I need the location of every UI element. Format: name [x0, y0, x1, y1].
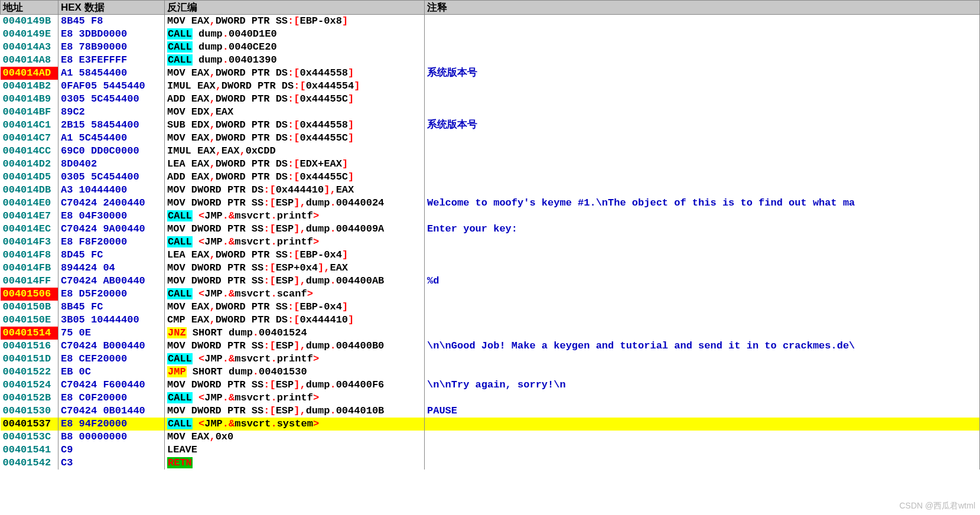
- cell-address[interactable]: 004014E7: [1, 210, 58, 223]
- cell-disassembly[interactable]: ADD EAX,DWORD PTR DS:[0x44455C]: [165, 171, 425, 184]
- cell-comment[interactable]: [425, 262, 980, 275]
- cell-address[interactable]: 004014C7: [1, 132, 58, 145]
- table-row[interactable]: 004014D28D0402LEA EAX,DWORD PTR DS:[EDX+…: [1, 158, 980, 171]
- cell-comment[interactable]: [425, 236, 980, 249]
- cell-comment[interactable]: [425, 418, 980, 431]
- table-row[interactable]: 004014D50305 5C454400ADD EAX,DWORD PTR D…: [1, 171, 980, 184]
- cell-hex[interactable]: A1 58454400: [58, 67, 165, 80]
- table-row[interactable]: 004014FB894424 04MOV DWORD PTR SS:[ESP+0…: [1, 262, 980, 275]
- cell-hex[interactable]: EB 0C: [58, 366, 165, 379]
- cell-hex[interactable]: C70424 AB00440: [58, 275, 165, 288]
- cell-address[interactable]: 00401530: [1, 405, 58, 418]
- cell-disassembly[interactable]: CALL <JMP.&msvcrt.printf>: [165, 236, 425, 249]
- cell-address[interactable]: 00401524: [1, 379, 58, 392]
- cell-comment[interactable]: [425, 366, 980, 379]
- table-row[interactable]: 00401537E8 94F20000CALL <JMP.&msvcrt.sys…: [1, 418, 980, 431]
- cell-hex[interactable]: C9: [58, 444, 165, 457]
- cell-hex[interactable]: A1 5C454400: [58, 132, 165, 145]
- table-row[interactable]: 004014A8E8 E3FEFFFFCALL dump.00401390: [1, 54, 980, 67]
- cell-address[interactable]: 004014D5: [1, 171, 58, 184]
- cell-disassembly[interactable]: MOV EAX,DWORD PTR SS:[EBP-0x8]: [165, 15, 425, 28]
- cell-address[interactable]: 004014E0: [1, 197, 58, 210]
- table-row[interactable]: 0040153CB8 00000000MOV EAX,0x0: [1, 431, 980, 444]
- table-row[interactable]: 004014ECC70424 9A00440MOV DWORD PTR SS:[…: [1, 223, 980, 236]
- cell-disassembly[interactable]: MOV EAX,DWORD PTR DS:[0x44455C]: [165, 132, 425, 145]
- cell-disassembly[interactable]: CALL <JMP.&msvcrt.printf>: [165, 392, 425, 405]
- table-row[interactable]: 004014CC69C0 DD0C0000IMUL EAX,EAX,0xCDD: [1, 145, 980, 158]
- table-row[interactable]: 00401522EB 0CJMP SHORT dump.00401530: [1, 366, 980, 379]
- cell-comment[interactable]: [425, 314, 980, 327]
- cell-address[interactable]: 0040150E: [1, 314, 58, 327]
- cell-comment[interactable]: 系统版本号: [425, 119, 980, 132]
- table-row[interactable]: 004014C12B15 58454400SUB EDX,DWORD PTR D…: [1, 119, 980, 132]
- cell-disassembly[interactable]: CALL dump.0040CE20: [165, 41, 425, 54]
- cell-disassembly[interactable]: LEA EAX,DWORD PTR SS:[EBP-0x4]: [165, 249, 425, 262]
- table-row[interactable]: 00401506E8 D5F20000CALL <JMP.&msvcrt.sca…: [1, 288, 980, 301]
- cell-disassembly[interactable]: CALL dump.0040D1E0: [165, 28, 425, 41]
- cell-hex[interactable]: 8B45 F8: [58, 15, 165, 28]
- table-row[interactable]: 0040152BE8 C0F20000CALL <JMP.&msvcrt.pri…: [1, 392, 980, 405]
- cell-comment[interactable]: [425, 457, 980, 470]
- table-row[interactable]: 0040150B8B45 FCMOV EAX,DWORD PTR SS:[EBP…: [1, 301, 980, 314]
- cell-disassembly[interactable]: RETN: [165, 457, 425, 470]
- table-row[interactable]: 004014B20FAF05 5445440IMUL EAX,DWORD PTR…: [1, 80, 980, 93]
- cell-hex[interactable]: E8 D5F20000: [58, 288, 165, 301]
- cell-disassembly[interactable]: MOV EAX,DWORD PTR DS:[0x444558]: [165, 67, 425, 80]
- cell-address[interactable]: 004014D2: [1, 158, 58, 171]
- table-row[interactable]: 0040151475 0EJNZ SHORT dump.00401524: [1, 327, 980, 340]
- table-row[interactable]: 004014FFC70424 AB00440MOV DWORD PTR SS:[…: [1, 275, 980, 288]
- table-row[interactable]: 004014E7E8 04F30000CALL <JMP.&msvcrt.pri…: [1, 210, 980, 223]
- table-row[interactable]: 00401542C3RETN: [1, 457, 980, 470]
- cell-address[interactable]: 004014B2: [1, 80, 58, 93]
- table-row[interactable]: 00401524C70424 F600440MOV DWORD PTR SS:[…: [1, 379, 980, 392]
- cell-comment[interactable]: PAUSE: [425, 405, 980, 418]
- cell-disassembly[interactable]: LEAVE: [165, 444, 425, 457]
- cell-address[interactable]: 00401541: [1, 444, 58, 457]
- cell-disassembly[interactable]: IMUL EAX,EAX,0xCDD: [165, 145, 425, 158]
- cell-hex[interactable]: 3B05 10444400: [58, 314, 165, 327]
- table-row[interactable]: 004014BF89C2MOV EDX,EAX: [1, 106, 980, 119]
- col-address[interactable]: 地址: [1, 1, 58, 15]
- table-row[interactable]: 004014A3E8 78B90000CALL dump.0040CE20: [1, 41, 980, 54]
- cell-hex[interactable]: E8 04F30000: [58, 210, 165, 223]
- cell-hex[interactable]: B8 00000000: [58, 431, 165, 444]
- cell-hex[interactable]: E8 94F20000: [58, 418, 165, 431]
- cell-comment[interactable]: [425, 158, 980, 171]
- cell-comment[interactable]: [425, 80, 980, 93]
- cell-address[interactable]: 0040150B: [1, 301, 58, 314]
- cell-hex[interactable]: E8 CEF20000: [58, 353, 165, 366]
- cell-address[interactable]: 004014F8: [1, 249, 58, 262]
- cell-address[interactable]: 004014FF: [1, 275, 58, 288]
- cell-comment[interactable]: [425, 431, 980, 444]
- cell-disassembly[interactable]: MOV EAX,DWORD PTR SS:[EBP-0x4]: [165, 301, 425, 314]
- cell-hex[interactable]: 75 0E: [58, 327, 165, 340]
- table-row[interactable]: 0040151DE8 CEF20000CALL <JMP.&msvcrt.pri…: [1, 353, 980, 366]
- cell-comment[interactable]: [425, 353, 980, 366]
- cell-address[interactable]: 0040149B: [1, 15, 58, 28]
- table-row[interactable]: 0040150E3B05 10444400CMP EAX,DWORD PTR D…: [1, 314, 980, 327]
- cell-comment[interactable]: [425, 15, 980, 28]
- col-comment[interactable]: 注释: [425, 1, 980, 15]
- cell-hex[interactable]: 8B45 FC: [58, 301, 165, 314]
- cell-disassembly[interactable]: MOV DWORD PTR SS:[ESP+0x4],EAX: [165, 262, 425, 275]
- cell-disassembly[interactable]: MOV DWORD PTR SS:[ESP],dump.0044010B: [165, 405, 425, 418]
- col-hex[interactable]: HEX 数据: [58, 1, 165, 15]
- cell-hex[interactable]: 0305 5C454400: [58, 93, 165, 106]
- cell-hex[interactable]: 0FAF05 5445440: [58, 80, 165, 93]
- cell-comment[interactable]: [425, 210, 980, 223]
- cell-hex[interactable]: C3: [58, 457, 165, 470]
- cell-disassembly[interactable]: LEA EAX,DWORD PTR DS:[EDX+EAX]: [165, 158, 425, 171]
- cell-address[interactable]: 004014EC: [1, 223, 58, 236]
- cell-address[interactable]: 004014CC: [1, 145, 58, 158]
- cell-address[interactable]: 004014DB: [1, 184, 58, 197]
- cell-address[interactable]: 004014F3: [1, 236, 58, 249]
- cell-comment[interactable]: \n\nGood Job! Make a keygen and tutorial…: [425, 340, 980, 353]
- cell-hex[interactable]: 8D0402: [58, 158, 165, 171]
- cell-disassembly[interactable]: MOV EDX,EAX: [165, 106, 425, 119]
- cell-hex[interactable]: 69C0 DD0C0000: [58, 145, 165, 158]
- cell-address[interactable]: 004014AD: [1, 67, 58, 80]
- cell-hex[interactable]: C70424 F600440: [58, 379, 165, 392]
- cell-comment[interactable]: [425, 184, 980, 197]
- cell-comment[interactable]: [425, 145, 980, 158]
- cell-comment[interactable]: 系统版本号: [425, 67, 980, 80]
